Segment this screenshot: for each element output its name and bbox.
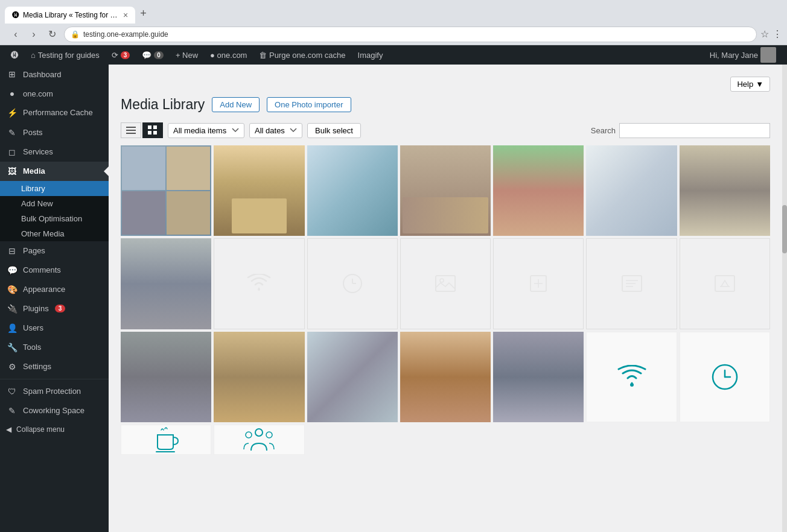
forward-button[interactable]: › (25, 26, 42, 43)
settings-icon: ⚙ (6, 362, 18, 372)
media-item[interactable] (121, 332, 211, 422)
svg-rect-11 (436, 276, 455, 291)
media-item-placeholder[interactable] (307, 238, 398, 329)
media-item[interactable] (400, 332, 491, 422)
media-item[interactable] (680, 145, 770, 236)
plugins-icon: 🔌 (6, 304, 18, 314)
sidebar-item-dashboard[interactable]: ⊞ Dashboard (0, 65, 109, 84)
comments-item[interactable]: 💬 0 (136, 45, 170, 65)
bulk-select-button[interactable]: Bulk select (307, 123, 361, 138)
purge-cache-label: 🗑 Purge one.com cache (259, 51, 345, 60)
media-item[interactable] (214, 145, 304, 236)
sidebar-item-comments[interactable]: 💬 Comments (0, 261, 109, 280)
sidebar-item-appearance[interactable]: 🎨 Appearance (0, 280, 109, 299)
sidebar-item-one-com[interactable]: ● one.com (0, 84, 109, 103)
sidebar-item-library[interactable]: Library (0, 181, 109, 196)
site-name-item[interactable]: ⌂ Testing for guides (25, 45, 106, 65)
media-item[interactable] (307, 332, 398, 422)
one-com-item[interactable]: ● one.com (204, 45, 253, 65)
one-photo-importer-button[interactable]: One Photo importer (267, 97, 351, 112)
search-input[interactable] (619, 123, 770, 138)
back-button[interactable]: ‹ (7, 26, 24, 43)
dashboard-icon: ⊞ (6, 69, 18, 79)
help-arrow-icon: ▼ (756, 80, 763, 89)
sidebar-item-services[interactable]: ◻ Services (0, 142, 109, 162)
appearance-icon: 🎨 (6, 285, 18, 294)
sidebar-item-media[interactable]: 🖼 Media (0, 162, 109, 181)
active-tab[interactable]: 🅦 Media Library « Testing for guide... × (5, 7, 135, 24)
sidebar-item-other-media[interactable]: Other Media (0, 226, 109, 241)
lock-icon: 🔒 (71, 30, 80, 39)
sidebar-item-performance-cache[interactable]: ⚡ Performance Cache (0, 103, 109, 123)
media-item-placeholder[interactable] (214, 238, 304, 329)
media-item-placeholder[interactable] (493, 238, 584, 329)
people-teal-icon (243, 426, 275, 453)
collapse-menu-button[interactable]: ◀ Collapse menu (0, 420, 109, 439)
media-item-placeholder[interactable] (586, 238, 677, 329)
sidebar: ⊞ Dashboard ● one.com ⚡ Performance Cach… (0, 65, 109, 532)
scrollbar[interactable] (782, 65, 787, 532)
sidebar-item-settings[interactable]: ⚙ Settings (0, 357, 109, 376)
sidebar-item-plugins[interactable]: 🔌 Plugins 3 (0, 299, 109, 318)
scrollbar-thumb[interactable] (782, 205, 787, 253)
media-item[interactable] (121, 145, 211, 236)
admin-bar-right: Hi, Mary Jane (704, 45, 782, 65)
media-item[interactable] (214, 332, 304, 422)
sidebar-item-tools[interactable]: 🔧 Tools (0, 338, 109, 357)
media-item-placeholder[interactable] (400, 238, 491, 329)
media-item[interactable] (121, 238, 211, 329)
one-photo-importer-label: One Photo importer (275, 100, 343, 109)
purge-cache-item[interactable]: 🗑 Purge one.com cache (253, 45, 351, 65)
sidebar-item-add-new[interactable]: Add New (0, 196, 109, 211)
media-item-placeholder[interactable] (680, 238, 770, 329)
sidebar-label-library: Library (21, 184, 45, 193)
users-icon: 👤 (6, 323, 18, 333)
media-item-wifi-icon[interactable] (586, 332, 677, 422)
tab-close-button[interactable]: × (123, 10, 128, 20)
grid-view-button[interactable] (142, 122, 163, 138)
media-item[interactable] (400, 145, 491, 236)
sidebar-item-bulk-optimisation[interactable]: Bulk Optimisation (0, 211, 109, 226)
updates-item[interactable]: ⟳ 3 (106, 45, 136, 65)
media-item[interactable] (493, 332, 584, 422)
media-item[interactable] (493, 145, 584, 236)
tools-icon: 🔧 (6, 343, 18, 352)
add-new-button[interactable]: Add New (212, 97, 260, 112)
sidebar-item-spam-protection[interactable]: 🛡 Spam Protection (0, 382, 109, 401)
date-filter[interactable]: All dates (249, 123, 302, 138)
new-content-item[interactable]: + New (170, 45, 204, 65)
site-name-label: Testing for guides (38, 51, 100, 60)
new-tab-button[interactable]: + (136, 4, 150, 24)
sidebar-item-coworking-space[interactable]: ✎ Coworking Space (0, 401, 109, 420)
media-item[interactable] (586, 145, 677, 236)
list-view-button[interactable] (121, 122, 141, 138)
coffee-teal-icon (153, 425, 179, 454)
media-item-clock-icon[interactable] (680, 332, 770, 422)
bookmark-button[interactable]: ☆ (760, 28, 769, 40)
media-item-coffee-icon[interactable] (121, 425, 211, 455)
browser-menu-button[interactable]: ⋮ (773, 28, 782, 40)
reload-button[interactable]: ↻ (43, 26, 60, 43)
sidebar-label-services: Services (23, 147, 53, 156)
svg-point-12 (440, 279, 444, 282)
tab-favicon: 🅦 (12, 11, 19, 19)
sidebar-item-posts[interactable]: ✎ Posts (0, 123, 109, 142)
address-bar[interactable]: 🔒 testing.one-example.guide (64, 27, 757, 42)
user-greeting-item[interactable]: Hi, Mary Jane (704, 45, 782, 65)
media-item-people-icon[interactable] (214, 425, 304, 455)
help-button[interactable]: Help ▼ (730, 77, 770, 92)
sidebar-item-users[interactable]: 👤 Users (0, 318, 109, 338)
url-text: testing.one-example.guide (83, 30, 168, 39)
svg-rect-5 (148, 131, 151, 135)
grid-view-icon (148, 125, 158, 135)
imagify-item[interactable]: Imagify (352, 45, 389, 65)
svg-rect-6 (153, 131, 157, 135)
sidebar-media-submenu: Library Add New Bulk Optimisation Other … (0, 181, 109, 241)
help-label: Help (737, 80, 753, 89)
media-type-filter[interactable]: All media items (168, 123, 244, 138)
image3-placeholder-icon (621, 274, 643, 293)
media-item[interactable] (307, 145, 398, 236)
sidebar-label-appearance: Appearance (23, 285, 65, 294)
wp-logo-button[interactable]: 🅦 (5, 45, 25, 65)
sidebar-item-pages[interactable]: ⊟ Pages (0, 241, 109, 261)
